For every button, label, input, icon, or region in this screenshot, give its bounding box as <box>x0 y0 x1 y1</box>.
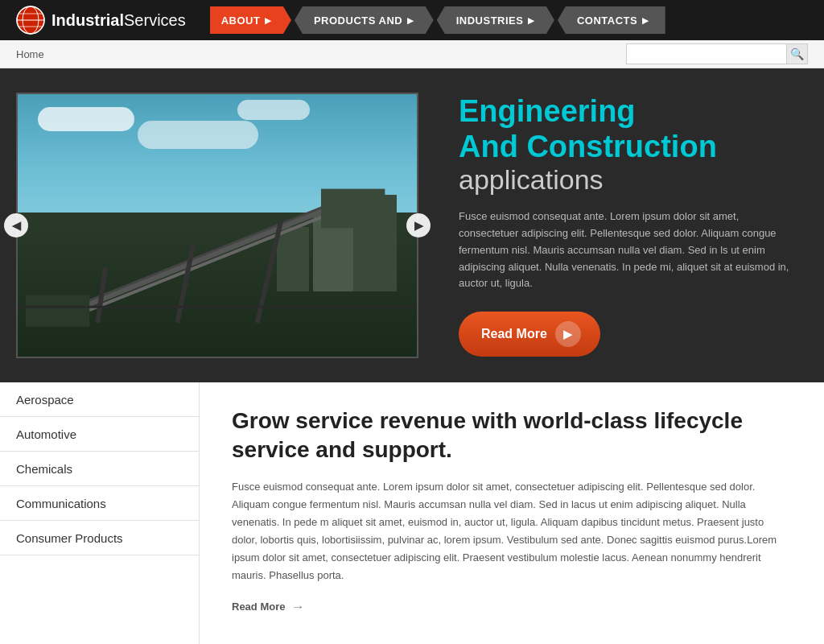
search-icon: 🔍 <box>790 47 804 60</box>
globe-icon <box>16 6 45 35</box>
slider-image <box>16 93 418 358</box>
hero-section: ◀ <box>0 68 824 382</box>
home-link[interactable]: Home <box>16 48 44 60</box>
logo: IndustrialServices <box>16 6 186 35</box>
slider-next-button[interactable]: ▶ <box>406 213 431 237</box>
arrow-right-icon: → <box>291 600 304 614</box>
sidebar-item-aerospace[interactable]: Aerospace <box>0 382 199 417</box>
industries-chevron-icon: ▶ <box>528 16 535 25</box>
sidebar-item-automotive[interactable]: Automotive <box>0 417 199 452</box>
hero-title-line1: Engineering <box>459 94 792 130</box>
contacts-chevron-icon: ▶ <box>642 16 649 25</box>
breadcrumb-bar: Home 🔍 <box>0 40 824 68</box>
hero-description: Fusce euismod consequat ante. Lorem ipsu… <box>459 208 792 292</box>
hero-title-line2: And Construction <box>459 130 792 165</box>
main-read-more-link[interactable]: Read More → <box>232 600 304 614</box>
search-button[interactable]: 🔍 <box>787 43 808 64</box>
nav-industries[interactable]: INDUSTRIES ▶ <box>437 6 554 34</box>
nav-products[interactable]: PRODUCTS AND ▶ <box>295 6 434 34</box>
sidebar-item-consumer-products[interactable]: Consumer Products <box>0 521 199 555</box>
svg-rect-13 <box>321 188 385 228</box>
sidebar-item-chemicals[interactable]: Chemicals <box>0 452 199 486</box>
main-content: Grow service revenue with world-class li… <box>200 382 824 644</box>
logo-text: IndustrialServices <box>52 11 186 30</box>
products-chevron-icon: ▶ <box>407 16 414 25</box>
nav-contacts[interactable]: CONTACTS ▶ <box>558 6 665 34</box>
about-chevron-icon: ▶ <box>265 16 272 25</box>
svg-line-10 <box>177 244 193 323</box>
hero-content: Engineering And Construction application… <box>459 94 808 357</box>
main-nav: ABOUT ▶ PRODUCTS AND ▶ INDUSTRIES ▶ CONT… <box>210 6 808 34</box>
play-icon: ▶ <box>555 321 581 347</box>
main-description: Fusce euismod consequat ante. Lorem ipsu… <box>232 478 792 585</box>
slider-prev-button[interactable]: ◀ <box>4 213 28 237</box>
slider-area: ◀ <box>16 93 435 358</box>
sidebar-item-communications[interactable]: Communications <box>0 486 199 521</box>
hero-title-line3: applications <box>459 164 792 196</box>
main-title: Grow service revenue with world-class li… <box>232 407 792 465</box>
header: IndustrialServices ABOUT ▶ PRODUCTS AND … <box>0 0 824 40</box>
search-input[interactable] <box>626 43 787 64</box>
sidebar: Aerospace Automotive Chemicals Communica… <box>0 382 200 644</box>
lower-section: Aerospace Automotive Chemicals Communica… <box>0 382 824 644</box>
hero-read-more-button[interactable]: Read More ▶ <box>459 312 600 357</box>
search-bar: 🔍 <box>626 43 808 64</box>
svg-rect-12 <box>26 295 89 326</box>
nav-about[interactable]: ABOUT ▶ <box>210 6 291 34</box>
